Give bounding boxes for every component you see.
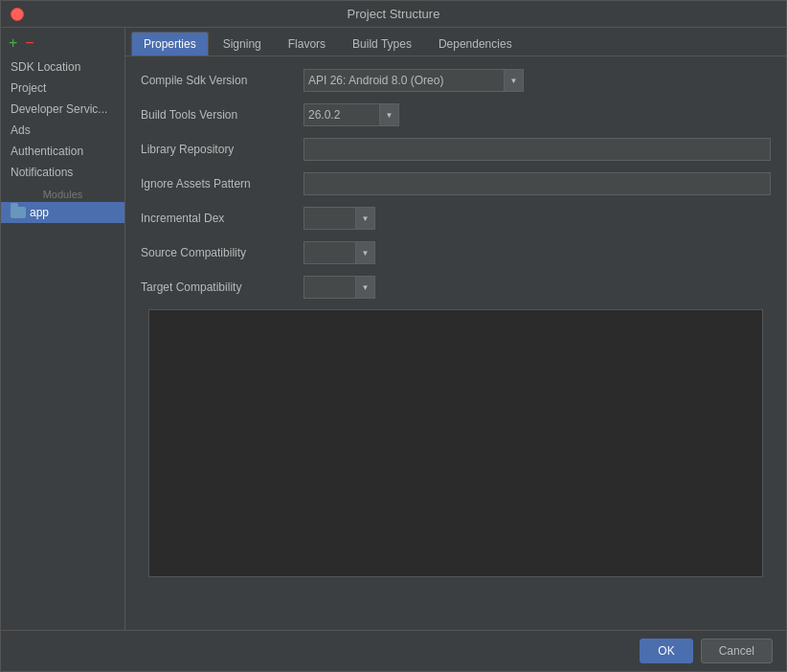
- sidebar-item-project[interactable]: Project: [1, 78, 124, 99]
- library-repo-row: Library Repository: [141, 137, 771, 162]
- compile-sdk-select[interactable]: API 26: Android 8.0 (Oreo): [304, 69, 505, 92]
- ok-button[interactable]: OK: [640, 638, 692, 663]
- sidebar-toolbar: + −: [1, 34, 124, 56]
- target-compat-dropdown-btn[interactable]: ▼: [356, 276, 375, 299]
- compile-sdk-row: Compile Sdk Version API 26: Android 8.0 …: [141, 68, 771, 93]
- main-panel: Properties Signing Flavors Build Types D…: [125, 28, 786, 630]
- chevron-down-icon: ▼: [510, 77, 518, 85]
- properties-form: Compile Sdk Version API 26: Android 8.0 …: [125, 56, 786, 630]
- chevron-down-icon: ▼: [362, 283, 370, 292]
- main-content: + − SDK Location Project Developer Servi…: [1, 28, 786, 630]
- folder-icon: [11, 207, 26, 218]
- build-tools-select[interactable]: 26.0.2: [304, 103, 380, 126]
- sidebar-item-app[interactable]: app: [1, 202, 124, 223]
- incremental-dex-select-wrapper: ▼: [304, 207, 375, 230]
- window-title: Project Structure: [348, 7, 440, 21]
- sidebar-item-authentication[interactable]: Authentication: [1, 141, 124, 162]
- build-tools-label: Build Tools Version: [141, 108, 304, 122]
- tab-signing[interactable]: Signing: [211, 32, 274, 56]
- target-compat-select-wrapper: ▼: [304, 276, 375, 299]
- source-compat-label: Source Compatibility: [141, 246, 304, 259]
- add-module-button[interactable]: +: [9, 35, 17, 51]
- tab-properties[interactable]: Properties: [131, 32, 209, 56]
- incremental-dex-select[interactable]: [304, 207, 356, 230]
- build-tools-dropdown-btn[interactable]: ▼: [380, 103, 399, 126]
- incremental-dex-row: Incremental Dex ▼: [141, 206, 771, 231]
- sidebar-item-sdk-location[interactable]: SDK Location: [1, 56, 124, 78]
- compile-sdk-select-wrapper: API 26: Android 8.0 (Oreo) ▼: [304, 69, 524, 92]
- source-compat-select[interactable]: [304, 241, 356, 264]
- tab-dependencies[interactable]: Dependencies: [426, 32, 525, 56]
- sidebar-item-notifications[interactable]: Notifications: [1, 162, 124, 183]
- sidebar: + − SDK Location Project Developer Servi…: [1, 28, 125, 630]
- build-tools-select-wrapper: 26.0.2 ▼: [304, 103, 399, 126]
- sidebar-item-ads[interactable]: Ads: [1, 120, 124, 141]
- compile-sdk-dropdown-btn[interactable]: ▼: [505, 69, 524, 92]
- build-tools-row: Build Tools Version 26.0.2 ▼: [141, 102, 771, 127]
- empty-content-panel: [148, 309, 763, 577]
- ignore-assets-label: Ignore Assets Pattern: [141, 177, 304, 190]
- chevron-down-icon: ▼: [362, 249, 370, 258]
- tabs-bar: Properties Signing Flavors Build Types D…: [125, 28, 786, 56]
- remove-module-button[interactable]: −: [25, 35, 34, 51]
- target-compat-row: Target Compatibility ▼: [141, 275, 771, 300]
- library-repo-label: Library Repository: [141, 143, 304, 156]
- sidebar-item-developer-services[interactable]: Developer Servic...: [1, 99, 124, 120]
- title-bar: Project Structure: [1, 1, 786, 28]
- bottom-bar: OK Cancel: [1, 630, 786, 671]
- tab-build-types[interactable]: Build Types: [340, 32, 424, 56]
- ignore-assets-row: Ignore Assets Pattern: [141, 171, 771, 196]
- source-compat-row: Source Compatibility ▼: [141, 240, 771, 265]
- ignore-assets-input[interactable]: [304, 172, 771, 195]
- incremental-dex-label: Incremental Dex: [141, 212, 304, 225]
- chevron-down-icon: ▼: [386, 111, 394, 120]
- close-button[interactable]: [11, 8, 24, 21]
- modules-section-label: Modules: [1, 183, 124, 202]
- target-compat-label: Target Compatibility: [141, 280, 304, 294]
- tab-flavors[interactable]: Flavors: [276, 32, 338, 56]
- cancel-button[interactable]: Cancel: [701, 638, 773, 663]
- library-repo-input[interactable]: [304, 138, 771, 161]
- incremental-dex-dropdown-btn[interactable]: ▼: [356, 207, 375, 230]
- app-module-label: app: [30, 206, 49, 219]
- target-compat-select[interactable]: [304, 276, 356, 299]
- chevron-down-icon: ▼: [362, 214, 370, 223]
- compile-sdk-label: Compile Sdk Version: [141, 74, 304, 87]
- source-compat-dropdown-btn[interactable]: ▼: [356, 241, 375, 264]
- source-compat-select-wrapper: ▼: [304, 241, 375, 264]
- project-structure-window: Project Structure + − SDK Location Proje…: [0, 0, 787, 672]
